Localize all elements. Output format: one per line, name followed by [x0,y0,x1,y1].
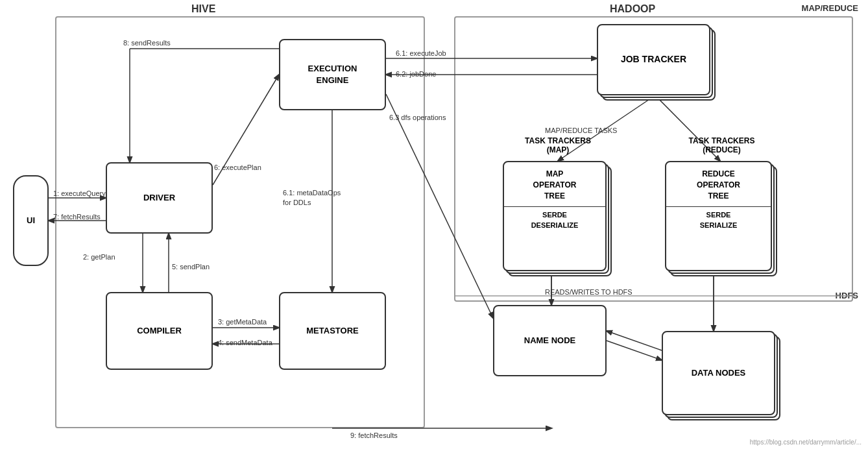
driver-label: DRIVER [143,192,175,204]
task-trackers-reduce-label: TASK TRACKERS(REDUCE) [658,136,785,154]
mapreduce-label: MAP/REDUCE [802,3,858,13]
label-5-sendplan: 5: sendPlan [172,263,210,271]
map-tree-sub: SERDEDESERIALIZE [504,206,605,230]
metastore-label: METASTORE [306,325,358,337]
hive-label: HIVE [191,3,215,15]
data-nodes-box: DATA NODES [662,331,775,415]
name-node-label: NAME NODE [524,335,575,346]
label-61-executejob: 6.1: executeJob [396,49,446,57]
watermark: https://blog.csdn.net/darrymm/article/..… [750,439,862,446]
execution-engine-box: EXECUTION ENGINE [279,39,386,110]
svg-line-20 [607,341,662,360]
task-trackers-map-label: TASK TRACKERS(MAP) [500,136,616,154]
label-63-dfs: 6.3 dfs operations [389,114,446,121]
label-9-fetchresults: 9: fetchResults [350,431,398,439]
execution-engine-label: EXECUTION ENGINE [308,63,357,86]
ui-label: UI [27,215,35,226]
reduce-operator-tree-stacked: REDUCEOPERATORTREE SERDESERIALIZE [665,161,772,271]
label-3-getmetadata: 3: getMetaData [218,318,267,326]
label-61-metadataops: 6.1: metaDataOpsfor DDLs [283,188,341,208]
reduce-operator-tree-box: REDUCEOPERATORTREE SERDESERIALIZE [665,161,772,271]
compiler-label: COMPILER [137,325,182,337]
job-tracker-stacked: JOB TRACKER [597,24,710,95]
diagram: HIVE HADOOP MAP/REDUCE HDFS [0,0,868,449]
label-7-fetchresults: 7: fetchResults [53,213,101,221]
driver-box: DRIVER [106,162,213,234]
label-6-executeplan: 6: executePlan [214,164,261,171]
label-2-getplan: 2: getPlan [83,253,115,261]
reduce-tree-sub: SERDESERIALIZE [666,206,771,230]
reduce-tree-label: REDUCEOPERATORTREE [697,169,740,201]
hadoop-label: HADOOP [610,3,655,15]
compiler-box: COMPILER [106,292,213,370]
job-tracker-box: JOB TRACKER [597,24,710,95]
metastore-box: METASTORE [279,292,386,370]
ui-box: UI [13,175,49,266]
label-1-executequery: 1: executeQuery [53,189,106,197]
map-operator-tree-box: MAPOPERATORTREE SERDEDESERIALIZE [503,161,607,271]
hdfs-label: HDFS [836,291,858,300]
label-8-sendresults: 8: sendResults [123,39,171,47]
name-node-box: NAME NODE [493,305,607,376]
job-tracker-label: JOB TRACKER [621,53,686,66]
svg-line-21 [607,331,662,350]
map-operator-tree-stacked: MAPOPERATORTREE SERDEDESERIALIZE [503,161,607,271]
data-nodes-stacked: DATA NODES [662,331,775,415]
map-tree-label: MAPOPERATORTREE [533,169,577,201]
data-nodes-label: DATA NODES [692,367,746,379]
label-62-jobdone: 6.2: jobDone [396,70,436,78]
label-mapreduce-tasks: MAP/REDUCE TASKS [545,127,617,134]
label-reads-writes: READS/WRITES TO HDFS [545,288,633,296]
label-4-sendmetadata: 4: sendMetaData [218,339,272,346]
